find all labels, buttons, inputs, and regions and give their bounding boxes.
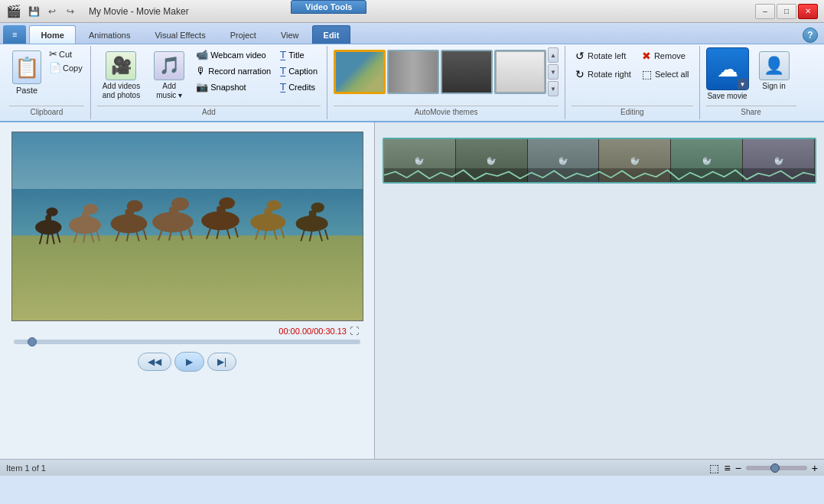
paste-area: 📋 Paste xyxy=(9,47,44,98)
qat-undo[interactable]: ↩ xyxy=(44,4,60,19)
next-frame-button[interactable]: ▶| xyxy=(207,353,236,371)
play-button[interactable]: ▶ xyxy=(174,352,204,372)
help-button[interactable]: ? xyxy=(803,28,818,43)
app-menu-button[interactable]: ≡ xyxy=(3,25,26,44)
zoom-bar[interactable] xyxy=(746,466,807,470)
add-videos-button[interactable]: 🎥 Add videosand photos xyxy=(97,47,146,104)
svg-line-24 xyxy=(158,229,162,240)
editing-btn-col: ↺ Rotate left ↻ Rotate right xyxy=(572,47,635,83)
themes-scroll-down[interactable]: ▼ xyxy=(548,64,559,80)
select-all-button[interactable]: ⬚ Select all xyxy=(638,66,693,83)
seek-bar[interactable] xyxy=(14,340,360,344)
add-group-content: 🎥 Add videosand photos 🎵 Addmusic ▾ 📹 We… xyxy=(97,47,321,104)
qat-save[interactable]: 💾 xyxy=(26,4,41,19)
svg-line-41 xyxy=(281,228,284,238)
copy-icon: 📄 xyxy=(49,62,61,73)
webcam-video-button[interactable]: 📹 Webcam video xyxy=(193,47,274,62)
snapshot-label: Snapshot xyxy=(210,83,246,92)
remove-button[interactable]: ✖ Remove xyxy=(638,47,693,64)
record-narration-button[interactable]: 🎙 Record narration xyxy=(193,63,274,78)
share-content: ☁ ▼ Save movie 👤 Sign in xyxy=(706,47,796,104)
app-icon: 🎬 xyxy=(6,4,21,18)
themes-scroll-more[interactable]: ▼ xyxy=(548,81,559,96)
svg-line-20 xyxy=(143,229,146,239)
remove-label: Remove xyxy=(654,51,686,60)
svg-point-30 xyxy=(219,197,235,208)
sign-in-button[interactable]: 👤 Sign in xyxy=(752,47,796,94)
save-movie-label: Save movie xyxy=(707,92,747,100)
copy-button[interactable]: 📄 Copy xyxy=(47,61,84,74)
svg-line-17 xyxy=(116,229,120,241)
caption-label: Caption xyxy=(288,67,318,76)
seek-handle[interactable] xyxy=(28,337,37,346)
tab-view[interactable]: View xyxy=(269,25,311,44)
time-display: 00:00.00/00:30.13 ⛶ xyxy=(0,324,374,338)
timeline-track[interactable]: 🦭 🦭 🦭 🦭 🦭 🦭 xyxy=(383,138,816,184)
remove-icon: ✖ xyxy=(642,50,651,62)
horses-svg xyxy=(20,180,355,245)
svg-line-12 xyxy=(90,232,93,242)
video-placeholder xyxy=(12,132,363,320)
clipboard-col: ✂ Cut 📄 Copy xyxy=(47,47,84,74)
theme-beach[interactable] xyxy=(334,50,386,94)
status-bar: Item 1 of 1 ⬚ ≡ − + xyxy=(0,459,824,476)
rotate-right-icon: ↻ xyxy=(575,68,585,80)
tab-visual-effects[interactable]: Visual Effects xyxy=(143,25,217,44)
camera-icon: 📷 xyxy=(196,81,208,93)
zoom-minus[interactable]: − xyxy=(735,462,741,474)
add-music-label: Addmusic ▾ xyxy=(156,82,182,100)
svg-line-38 xyxy=(255,228,259,239)
save-dropdown-arrow[interactable]: ▼ xyxy=(738,79,748,89)
caption-button[interactable]: T̲ Caption xyxy=(277,63,321,78)
zoom-thumb[interactable] xyxy=(770,463,780,473)
title-button[interactable]: T̲ Title xyxy=(277,47,321,62)
editing-btn-col-2: ✖ Remove ⬚ Select all xyxy=(638,47,693,83)
minimize-button[interactable]: – xyxy=(755,4,775,19)
share-group: ☁ ▼ Save movie 👤 Sign in Share xyxy=(700,46,803,119)
svg-rect-8 xyxy=(82,212,90,229)
theme-dark[interactable] xyxy=(441,50,493,94)
select-all-icon: ⬚ xyxy=(642,68,652,80)
save-movie-button[interactable]: ☁ ▼ xyxy=(706,47,749,90)
maximize-button[interactable]: □ xyxy=(777,4,796,19)
view-icon-2[interactable]: ≡ xyxy=(724,462,730,474)
qat-redo[interactable]: ↪ xyxy=(63,4,78,19)
tab-edit[interactable]: Edit xyxy=(312,25,351,44)
horses-area xyxy=(12,180,363,245)
ribbon: ≡ Home Animations Visual Effects Project… xyxy=(0,23,824,122)
window-title: My Movie - Movie Maker xyxy=(89,6,189,17)
themes-scroll-up[interactable]: ▲ xyxy=(548,47,559,63)
svg-line-19 xyxy=(136,230,139,240)
rotate-left-button[interactable]: ↺ Rotate left xyxy=(572,47,635,64)
credits-icon: T̲ xyxy=(280,81,286,93)
theme-light[interactable] xyxy=(494,50,546,94)
cut-button[interactable]: ✂ Cut xyxy=(47,47,84,60)
credits-button[interactable]: T̲ Credits xyxy=(277,80,321,94)
add-music-button[interactable]: 🎵 Addmusic ▾ xyxy=(148,47,190,104)
caption-icon: T̲ xyxy=(280,65,286,76)
rewind-button[interactable]: ◀◀ xyxy=(138,353,171,371)
theme-scroll: ▲ ▼ ▼ xyxy=(548,47,559,96)
svg-line-26 xyxy=(180,230,183,240)
tab-animations[interactable]: Animations xyxy=(77,25,142,44)
svg-line-4 xyxy=(47,233,48,243)
paste-label[interactable]: Paste xyxy=(16,86,37,95)
current-time: 00:00.00/00:30.13 xyxy=(278,327,347,336)
close-button[interactable]: ✕ xyxy=(798,4,818,19)
rotate-right-button[interactable]: ↻ Rotate right xyxy=(572,66,635,83)
theme-plain[interactable] xyxy=(387,50,439,94)
svg-line-5 xyxy=(52,233,54,243)
paste-button[interactable]: 📋 xyxy=(12,50,41,84)
zoom-plus[interactable]: + xyxy=(812,462,818,474)
add-videos-icon: 🎥 xyxy=(106,51,136,80)
fullscreen-button[interactable]: ⛶ xyxy=(350,326,359,337)
svg-line-10 xyxy=(73,230,77,242)
tab-project[interactable]: Project xyxy=(219,25,268,44)
clipboard-group: 📋 Paste ✂ Cut 📄 Copy Clipboard xyxy=(3,46,91,119)
copy-label: Copy xyxy=(63,63,83,73)
record-narration-label: Record narration xyxy=(208,67,271,76)
view-icon-1[interactable]: ⬚ xyxy=(709,462,719,474)
snapshot-button[interactable]: 📷 Snapshot xyxy=(193,80,274,94)
tab-home[interactable]: Home xyxy=(29,25,76,44)
title-label: Title xyxy=(288,50,304,60)
